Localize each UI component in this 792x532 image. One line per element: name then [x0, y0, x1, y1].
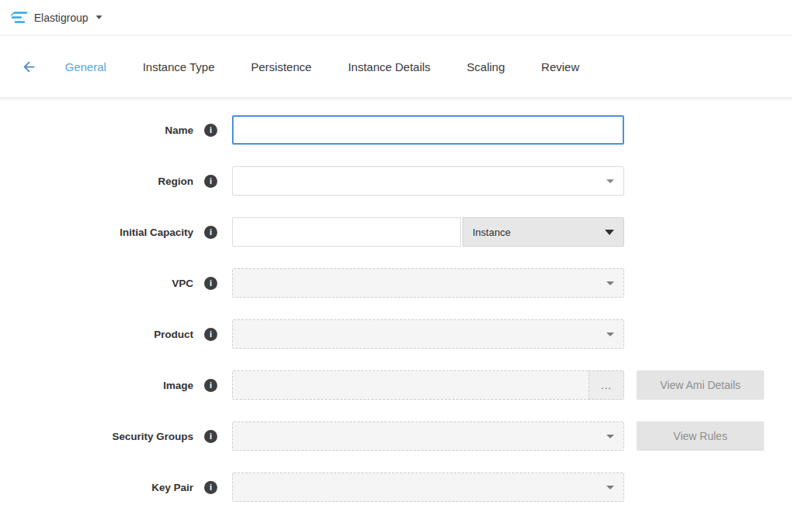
image-input [232, 370, 589, 400]
chevron-down-icon [606, 332, 614, 336]
form-row-security-groups: Security Groups i View Rules [0, 421, 792, 451]
back-arrow-icon[interactable] [17, 55, 40, 78]
region-select[interactable] [232, 166, 624, 196]
view-ami-details-button[interactable]: View Ami Details [637, 370, 764, 400]
chevron-down-icon [605, 230, 614, 235]
info-icon[interactable]: i [204, 481, 217, 494]
info-icon[interactable]: i [204, 379, 217, 392]
tab-instance-details[interactable]: Instance Details [348, 53, 431, 81]
product-label: Product [0, 329, 193, 340]
tab-instance-type[interactable]: Instance Type [142, 53, 214, 81]
image-browse-button[interactable]: ... [589, 370, 624, 400]
image-input-group: ... [232, 370, 624, 400]
capacity-unit-select[interactable]: Instance [463, 217, 624, 247]
info-icon[interactable]: i [204, 430, 217, 443]
form-row-key-pair: Key Pair i [0, 472, 792, 502]
wizard-tabs: General Instance Type Persistence Instan… [65, 53, 616, 81]
name-input[interactable] [232, 115, 624, 145]
app-name: Elastigroup [34, 12, 88, 24]
elastigroup-logo-icon [11, 11, 28, 24]
vpc-select [232, 268, 624, 298]
tab-scaling[interactable]: Scaling [467, 53, 505, 81]
form-row-vpc: VPC i [0, 268, 792, 298]
chevron-down-icon [606, 486, 614, 489]
product-select [232, 319, 624, 349]
security-groups-select [232, 421, 624, 451]
info-icon[interactable]: i [204, 175, 217, 188]
chevron-down-icon [606, 435, 614, 438]
chevron-down-icon [606, 281, 614, 285]
key-pair-select [232, 472, 624, 502]
app-switcher-dropdown[interactable]: Elastigroup [11, 11, 102, 24]
tab-review[interactable]: Review [541, 53, 579, 81]
general-settings-form: Name i Region i Initial Capacity i Insta… [0, 98, 792, 502]
form-row-image: Image i ... View Ami Details [0, 370, 792, 400]
info-icon[interactable]: i [204, 277, 217, 290]
topbar: Elastigroup [0, 0, 792, 36]
info-icon[interactable]: i [204, 226, 217, 239]
wizard-tabbar: General Instance Type Persistence Instan… [0, 36, 792, 98]
chevron-down-icon [96, 15, 102, 19]
initial-capacity-input[interactable] [232, 217, 461, 247]
tab-persistence[interactable]: Persistence [251, 53, 312, 81]
initial-capacity-label: Initial Capacity [0, 227, 193, 238]
chevron-down-icon [606, 179, 614, 183]
tab-general[interactable]: General [65, 53, 106, 81]
name-label: Name [0, 124, 193, 136]
region-label: Region [0, 176, 193, 187]
key-pair-label: Key Pair [0, 482, 193, 493]
info-icon[interactable]: i [204, 124, 217, 137]
view-rules-button[interactable]: View Rules [637, 421, 764, 451]
vpc-label: VPC [0, 278, 193, 289]
security-groups-label: Security Groups [0, 431, 193, 442]
info-icon[interactable]: i [204, 328, 217, 341]
form-row-product: Product i [0, 319, 792, 349]
form-row-initial-capacity: Initial Capacity i Instance [0, 217, 792, 247]
form-row-name: Name i [0, 115, 792, 145]
image-label: Image [0, 380, 193, 391]
form-row-region: Region i [0, 166, 792, 196]
capacity-unit-value: Instance [473, 227, 510, 238]
